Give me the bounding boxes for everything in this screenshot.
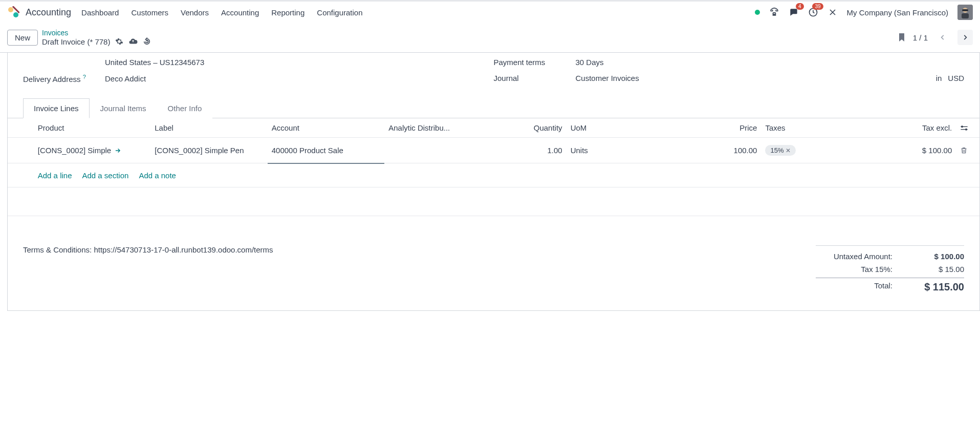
add-section-link[interactable]: Add a section [82,171,128,180]
form-footer: Terms & Conditions: https://54730713-17-… [8,237,979,310]
tools-icon[interactable] [827,7,838,17]
navbar: Accounting Dashboard Customers Vendors A… [0,0,980,24]
tax-tag[interactable]: 15% ✕ [765,145,796,156]
nav-reporting[interactable]: Reporting [271,8,304,17]
tabs: Invoice Lines Journal Items Other Info [8,98,979,118]
gear-icon[interactable] [115,37,123,46]
breadcrumb-title: Draft Invoice (* 778) [42,37,110,46]
delivery-address-label: Delivery Address ? [23,74,105,83]
svg-rect-3 [773,13,775,14]
svg-rect-9 [962,9,968,11]
messages-badge: 4 [796,3,804,10]
col-product[interactable]: Product [34,118,150,138]
bookmark-icon[interactable] [898,32,906,43]
svg-rect-4 [773,15,775,15]
spacer-row [8,187,979,216]
nav-configuration[interactable]: Configuration [317,8,362,17]
table-row[interactable]: [CONS_0002] Simple [CONS_0002] Simple Pe… [8,138,979,163]
nav-customers[interactable]: Customers [131,8,168,17]
totals: Untaxed Amount: $ 100.00 Tax 15%: $ 15.0… [816,245,964,295]
col-tax-excl[interactable]: Tax excl. [852,118,956,138]
tax-amount: $ 15.00 [908,265,964,274]
line-label[interactable]: [CONS_0002] Simple Pen [150,138,267,163]
untaxed-label: Untaxed Amount: [816,252,892,261]
delete-line-icon[interactable] [960,146,975,154]
line-product[interactable]: [CONS_0002] Simple [38,146,111,155]
journal-in: in [936,74,942,82]
delivery-address-value[interactable]: Deco Addict [105,74,146,83]
messages-icon[interactable]: 4 [789,7,799,17]
discard-icon[interactable] [143,37,151,46]
line-tax-excl: $ 100.00 [852,138,956,163]
line-uom[interactable]: Units [567,138,631,163]
account-input[interactable] [272,146,380,155]
line-quantity[interactable]: 1.00 [488,138,566,163]
svg-point-0 [8,7,13,12]
col-account[interactable]: Account [268,118,384,138]
col-label[interactable]: Label [150,118,267,138]
pager-prev-icon[interactable] [935,30,950,45]
payment-terms-label: Payment terms [494,58,576,67]
col-taxes[interactable]: Taxes [761,118,852,138]
tax-tag-label: 15% [770,146,783,154]
col-analytic[interactable]: Analytic Distribu... [384,118,488,138]
action-bar: New Invoices Draft Invoice (* 778) 1 / 1 [0,24,980,53]
svg-point-1 [13,12,18,17]
pager-text[interactable]: 1 / 1 [913,33,928,42]
app-logo[interactable] [7,6,19,18]
tab-other-info[interactable]: Other Info [157,98,213,118]
connection-status-icon [755,10,760,15]
form-header-fields: United States – US12345673 Delivery Addr… [8,53,979,98]
total-label: Total: [816,281,892,293]
terms-text[interactable]: Terms & Conditions: https://54730713-17-… [23,245,816,295]
pager-next-icon[interactable] [957,30,973,45]
line-price[interactable]: 100.00 [631,138,761,163]
app-title[interactable]: Accounting [26,7,71,18]
content: United States – US12345673 Delivery Addr… [0,53,980,311]
activities-icon[interactable]: 39 [808,7,818,17]
line-analytic[interactable] [384,138,488,163]
nav-dashboard[interactable]: Dashboard [81,8,119,17]
pager: 1 / 1 [898,30,973,45]
journal-label: Journal [494,74,576,82]
total-amount: $ 115.00 [908,281,964,293]
help-icon[interactable]: ? [83,74,86,80]
invoice-lines-table: Product Label Account Analytic Distribu.… [8,118,979,237]
col-quantity[interactable]: Quantity [488,118,566,138]
cloud-save-icon[interactable] [128,37,138,46]
nav-vendors[interactable]: Vendors [181,8,209,17]
spacer-row [8,216,979,237]
add-row: Add a line Add a section Add a note [8,163,979,187]
country-vat: United States – US12345673 [105,58,204,67]
activities-badge: 39 [812,3,823,10]
untaxed-amount: $ 100.00 [908,252,964,261]
add-line-link[interactable]: Add a line [38,171,72,180]
tax-label: Tax 15%: [816,265,892,274]
nav-accounting[interactable]: Accounting [221,8,259,17]
nav-links: Dashboard Customers Vendors Accounting R… [81,8,362,17]
breadcrumb-link[interactable]: Invoices [42,29,151,37]
product-open-icon[interactable] [114,147,121,154]
new-button[interactable]: New [7,30,38,46]
payment-terms-value[interactable]: 30 Days [576,58,604,67]
tab-invoice-lines[interactable]: Invoice Lines [23,98,90,118]
col-price[interactable]: Price [631,118,761,138]
company-selector[interactable]: My Company (San Francisco) [847,8,948,17]
form-sheet: United States – US12345673 Delivery Addr… [7,53,980,311]
svg-rect-8 [962,13,969,18]
add-note-link[interactable]: Add a note [139,171,176,180]
tax-remove-icon[interactable]: ✕ [786,147,791,154]
journal-value[interactable]: Customer Invoices [576,74,639,82]
breadcrumb: Invoices Draft Invoice (* 778) [42,29,151,46]
avatar[interactable] [957,5,973,20]
column-options-icon[interactable] [956,118,979,138]
tab-journal-items[interactable]: Journal Items [90,98,157,118]
journal-currency[interactable]: USD [948,74,964,82]
voip-icon[interactable] [769,7,779,17]
nav-right: 4 39 My Company (San Francisco) [755,5,973,20]
col-uom[interactable]: UoM [567,118,631,138]
